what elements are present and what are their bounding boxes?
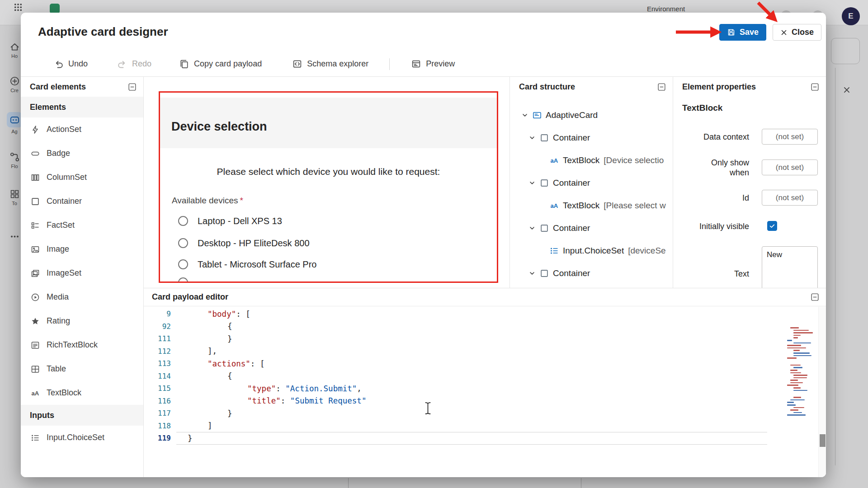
code-token: } — [227, 409, 232, 418]
code-line[interactable]: 114{ — [144, 370, 767, 383]
minimap-gap — [786, 417, 816, 422]
chevron-down-icon — [528, 134, 536, 142]
imageset-icon — [31, 269, 40, 278]
text-property-field[interactable]: New — [762, 246, 818, 288]
code-line[interactable]: 115"type": "Action.Submit", — [144, 382, 767, 395]
redo-button[interactable]: Redo — [118, 59, 151, 69]
page: Environment E HoCreAgFloTo Adaptive card… — [0, 0, 868, 488]
element-item-actionset[interactable]: ActionSet — [21, 117, 143, 141]
minimap-line — [793, 330, 809, 331]
tree-node-textblock[interactable]: TextBlock[Please select w — [510, 194, 673, 217]
minimap-gap — [786, 360, 816, 365]
copy-card-payload-button[interactable]: Copy card payload — [179, 59, 262, 69]
tree-node-label: Input.ChoiceSet — [563, 246, 624, 256]
data-context-field[interactable]: (not set) — [762, 129, 818, 145]
element-item-columnset[interactable]: ColumnSet — [21, 165, 143, 189]
card-elements-header: Card elements — [21, 77, 143, 97]
factset-icon — [31, 221, 40, 230]
element-item-image[interactable]: Image — [21, 237, 143, 261]
card-title[interactable]: Device selection — [171, 120, 267, 134]
line-number: 92 — [144, 322, 176, 331]
radio-option-partial[interactable] — [178, 277, 188, 283]
editor-minimap[interactable] — [786, 327, 816, 422]
code-line[interactable]: 113"actions": [ — [144, 357, 767, 370]
design-canvas[interactable]: Device selection Please select which dev… — [144, 77, 509, 288]
json-code-editor[interactable]: 9"body": [92{111}112],113"actions": [114… — [144, 307, 826, 477]
element-item-media[interactable]: Media — [21, 285, 143, 309]
code-line[interactable]: 118] — [144, 420, 767, 432]
card-structure-tree: AdaptiveCardContainerTextBlock[Device se… — [510, 97, 673, 285]
code-line-text: "body": [ — [176, 308, 767, 320]
minimap-line — [787, 345, 801, 346]
collapse-card-elements-button[interactable] — [126, 81, 138, 93]
collapse-element-properties-button[interactable] — [809, 81, 821, 93]
container-icon — [540, 133, 549, 142]
code-line[interactable]: 117} — [144, 407, 767, 420]
radio-option[interactable]: Laptop - Dell XPS 13 — [178, 214, 282, 228]
choiceset-icon — [550, 246, 559, 255]
radio-option[interactable]: Tablet - Microsoft Surface Pro — [178, 258, 316, 271]
undo-button[interactable]: Undo — [54, 59, 88, 69]
editor-scrollbar[interactable] — [818, 307, 826, 477]
save-button[interactable]: Save — [719, 24, 766, 41]
minimap-line — [787, 357, 797, 359]
collapse-payload-editor-button[interactable] — [809, 291, 821, 303]
tree-node-container[interactable]: Container — [510, 217, 673, 239]
designer-toolbar: Undo Redo Copy card payload Schema explo… — [21, 52, 826, 77]
only-show-when-field[interactable]: (not set) — [762, 160, 818, 175]
copy-icon — [179, 59, 189, 69]
element-item-label: Input.ChoiceSet — [47, 433, 104, 442]
code-line[interactable]: 111} — [144, 333, 767, 345]
tree-node-container[interactable]: Container — [510, 262, 673, 285]
code-line-text: } — [176, 333, 767, 345]
code-token: : [ — [236, 310, 250, 319]
tree-node-textblock[interactable]: TextBlock[Device selectio — [510, 149, 673, 172]
minimap-line — [793, 332, 813, 333]
editor-scrollbar-thumb[interactable] — [820, 434, 826, 447]
code-line-text: { — [176, 320, 767, 333]
element-item-imageset[interactable]: ImageSet — [21, 261, 143, 285]
element-properties-title: Element properties — [682, 82, 756, 92]
selected-element-type: TextBlock — [682, 103, 722, 113]
element-item-rating[interactable]: Rating — [21, 309, 143, 333]
minimap-line — [787, 340, 792, 341]
save-button-label: Save — [740, 28, 759, 37]
id-field[interactable]: (not set) — [762, 190, 818, 206]
card-prompt-text[interactable]: Please select which device you would lik… — [160, 166, 497, 177]
element-item-richtextblock[interactable]: RichTextBlock — [21, 333, 143, 357]
tree-node-container[interactable]: Container — [510, 172, 673, 194]
schema-explorer-button[interactable]: Schema explorer — [292, 59, 368, 69]
code-line[interactable]: 9"body": [ — [144, 308, 767, 320]
element-item-badge[interactable]: Badge — [21, 141, 143, 165]
card-elements-panel: Card elements ElementsActionSetBadgeColu… — [21, 77, 144, 477]
initially-visible-checkbox[interactable] — [767, 221, 777, 231]
close-button[interactable]: Close — [773, 24, 821, 41]
tree-node-input-choiceset[interactable]: Input.ChoiceSet[deviceSe — [510, 239, 673, 262]
element-item-table[interactable]: Table — [21, 357, 143, 381]
radio-icon — [178, 216, 188, 226]
code-line[interactable]: 112], — [144, 345, 767, 358]
preview-icon — [411, 59, 421, 69]
code-token: ] — [208, 421, 212, 430]
minimap-line — [790, 399, 805, 401]
code-line[interactable]: 92{ — [144, 320, 767, 333]
tree-node-container[interactable]: Container — [510, 127, 673, 149]
element-item-container[interactable]: Container — [21, 189, 143, 213]
minimap-line — [787, 347, 806, 349]
element-item-factset[interactable]: FactSet — [21, 213, 143, 237]
element-item-label: Badge — [47, 149, 70, 158]
preview-button[interactable]: Preview — [411, 59, 455, 69]
collapse-card-structure-button[interactable] — [656, 81, 667, 93]
image-icon — [31, 245, 40, 254]
element-item-choiceset[interactable]: Input.ChoiceSet — [21, 426, 143, 450]
radio-option[interactable]: Desktop - HP EliteDesk 800 — [178, 236, 310, 250]
minimap-line — [793, 352, 810, 354]
rating-icon — [31, 317, 40, 326]
code-token: "body" — [208, 310, 236, 319]
code-line[interactable]: 116"title": "Submit Request" — [144, 395, 767, 408]
element-item-label: TextBlock — [47, 388, 81, 398]
tree-node-adaptivecard[interactable]: AdaptiveCard — [510, 104, 673, 127]
element-item-textblock[interactable]: TextBlock — [21, 381, 143, 405]
code-line[interactable]: 119} — [144, 432, 767, 445]
copy-label: Copy card payload — [194, 59, 262, 69]
